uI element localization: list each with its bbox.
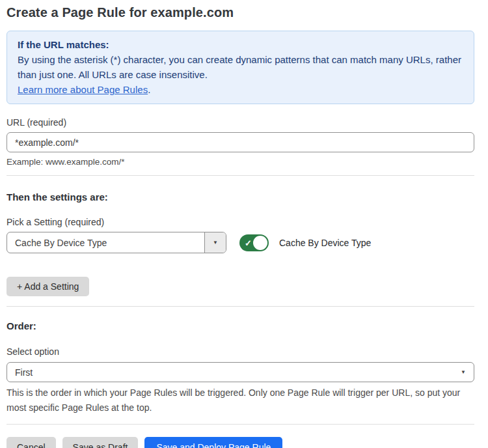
toggle-label: Cache By Device Type bbox=[279, 238, 371, 248]
info-box-link-line: Learn more about Page Rules. bbox=[18, 82, 463, 97]
order-select[interactable]: First bbox=[7, 362, 474, 382]
url-input[interactable] bbox=[7, 132, 474, 152]
divider bbox=[7, 424, 474, 425]
cancel-button[interactable]: Cancel bbox=[7, 437, 56, 448]
setting-dropdown[interactable]: Cache By Device Type ▼ bbox=[7, 232, 226, 253]
settings-section-heading: Then the settings are: bbox=[7, 191, 474, 203]
divider bbox=[7, 306, 474, 307]
order-section-heading: Order: bbox=[7, 320, 474, 331]
add-setting-button[interactable]: + Add a Setting bbox=[7, 277, 89, 296]
order-select-value: First bbox=[15, 367, 33, 378]
save-and-deploy-button[interactable]: Save and Deploy Page Rule bbox=[144, 437, 282, 448]
footer-actions: Cancel Save as Draft Save and Deploy Pag… bbox=[7, 437, 474, 448]
setting-dropdown-value: Cache By Device Type bbox=[7, 232, 204, 253]
url-match-info-box: If the URL matches: By using the asteris… bbox=[7, 31, 474, 104]
page-rule-form: Create a Page Rule for example.com If th… bbox=[0, 0, 488, 448]
check-icon: ✓ bbox=[245, 238, 252, 247]
chevron-down-icon: ▼ bbox=[213, 240, 218, 245]
pick-setting-label: Pick a Setting (required) bbox=[7, 217, 474, 227]
select-option-label: Select option bbox=[7, 346, 474, 357]
order-select-wrap: First ▼ bbox=[7, 362, 474, 382]
link-suffix: . bbox=[148, 84, 150, 95]
cache-by-device-toggle[interactable]: ✓ bbox=[239, 234, 269, 251]
setting-dropdown-arrow-button[interactable]: ▼ bbox=[204, 232, 226, 253]
page-title: Create a Page Rule for example.com bbox=[7, 5, 474, 20]
url-helper: Example: www.example.com/* bbox=[7, 157, 474, 167]
order-helper-text: This is the order in which your Page Rul… bbox=[7, 385, 474, 415]
learn-more-link[interactable]: Learn more about Page Rules bbox=[18, 84, 148, 95]
save-as-draft-button[interactable]: Save as Draft bbox=[62, 437, 139, 448]
toggle-knob bbox=[253, 236, 267, 250]
info-box-body: By using the asterisk (*) character, you… bbox=[18, 52, 463, 82]
url-label: URL (required) bbox=[7, 117, 474, 128]
divider bbox=[7, 175, 474, 176]
info-box-heading: If the URL matches: bbox=[18, 37, 463, 52]
setting-row: Cache By Device Type ▼ ✓ Cache By Device… bbox=[7, 232, 474, 253]
chevron-down-icon: ▼ bbox=[461, 370, 466, 375]
